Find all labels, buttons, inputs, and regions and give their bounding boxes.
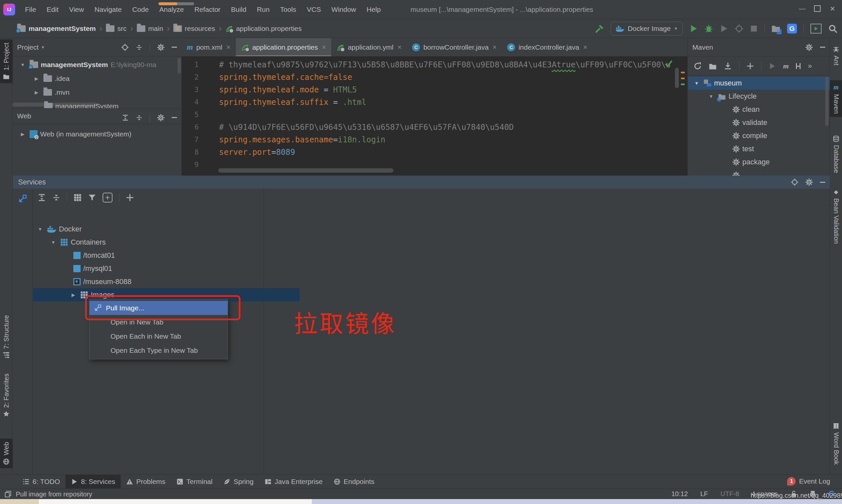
services-row-containers[interactable]: ▼ Containers bbox=[13, 236, 300, 249]
expand-all-icon[interactable] bbox=[122, 114, 129, 121]
execute-maven-goal-icon[interactable]: m bbox=[783, 62, 789, 70]
run-button[interactable] bbox=[689, 24, 698, 33]
toolbar-todo[interactable]: 6: TODO bbox=[17, 475, 66, 489]
menu-file[interactable]: File bbox=[20, 0, 41, 19]
search-icon[interactable] bbox=[828, 24, 837, 33]
tab-application-properties[interactable]: application.properties × bbox=[236, 38, 331, 56]
editor-code[interactable]: 1# thymeleaf\u9875\u9762\u7F13\u5B58\u8B… bbox=[182, 57, 687, 176]
close-icon[interactable]: × bbox=[825, 2, 840, 15]
collapsed-icon[interactable]: ▶ bbox=[32, 76, 41, 81]
locate-icon[interactable] bbox=[791, 179, 798, 186]
maximize-icon[interactable] bbox=[810, 2, 825, 15]
menu-vcs[interactable]: VCS bbox=[302, 0, 326, 19]
debug-button[interactable] bbox=[704, 24, 713, 33]
run-goal-icon[interactable] bbox=[769, 62, 776, 70]
build-hammer-icon[interactable] bbox=[595, 24, 604, 33]
add-service-icon[interactable] bbox=[126, 194, 134, 201]
collapse-all-icon[interactable] bbox=[136, 44, 142, 51]
close-tab-icon[interactable]: × bbox=[493, 43, 497, 52]
translate-icon[interactable]: G bbox=[787, 24, 797, 34]
profiler-button[interactable] bbox=[735, 24, 743, 33]
hide-panel-icon[interactable] bbox=[820, 182, 825, 183]
collapsed-icon[interactable]: ▶ bbox=[69, 292, 78, 298]
expanded-icon[interactable]: ▼ bbox=[707, 94, 715, 99]
tab-borrowcontroller[interactable]: C borrowController.java × bbox=[407, 38, 502, 56]
menu-item-open-each-type-in-new-tab[interactable]: Open Each Type in New Tab bbox=[89, 343, 228, 357]
open-in-editor-icon[interactable] bbox=[18, 195, 26, 203]
maven-goal-clean[interactable]: clean bbox=[688, 103, 830, 116]
collapsed-icon[interactable]: ▶ bbox=[32, 90, 41, 95]
toolbar-problems[interactable]: Problems bbox=[121, 475, 171, 489]
inspections-ok-check-icon[interactable] bbox=[664, 59, 673, 68]
menu-item-open-in-new-tab[interactable]: Open in New Tab bbox=[89, 315, 228, 329]
download-sources-icon[interactable] bbox=[724, 62, 732, 70]
maven-goal-partial[interactable] bbox=[688, 169, 830, 176]
toolbar-spring[interactable]: Spring bbox=[218, 475, 259, 489]
editor-horizontal-scrollbar[interactable] bbox=[218, 168, 393, 173]
close-tab-icon[interactable]: × bbox=[583, 43, 587, 52]
breadcrumb-resources[interactable]: resources bbox=[173, 25, 215, 33]
close-tab-icon[interactable]: × bbox=[397, 43, 401, 52]
menu-help[interactable]: Help bbox=[361, 0, 386, 19]
skip-tests-icon[interactable] bbox=[796, 63, 801, 69]
tree-row-root[interactable]: ▼ managementSystem E:\lyking90-ma bbox=[13, 58, 182, 72]
close-tab-icon[interactable]: × bbox=[322, 43, 326, 52]
caret-position[interactable]: 10:12 bbox=[671, 490, 688, 498]
filter-icon[interactable] bbox=[88, 194, 96, 201]
maven-row-museum[interactable]: ▼ m museum bbox=[688, 77, 830, 90]
expanded-icon[interactable]: ▼ bbox=[49, 240, 57, 245]
breadcrumb-src[interactable]: src bbox=[106, 25, 127, 33]
maven-goal-test[interactable]: test bbox=[688, 142, 830, 156]
services-row-tomcat01[interactable]: /tomcat01 bbox=[13, 249, 324, 262]
stripe-web[interactable]: Web bbox=[0, 438, 13, 468]
stripe-bean-validation[interactable]: Bean Validation bbox=[830, 186, 842, 247]
collapse-all-icon[interactable] bbox=[136, 114, 142, 121]
menu-view[interactable]: View bbox=[64, 0, 89, 19]
stripe-ant[interactable]: Ant bbox=[830, 43, 842, 69]
services-row-museum-8088[interactable]: /museum-8088 bbox=[13, 275, 324, 288]
maven-goal-compile[interactable]: compile bbox=[688, 129, 830, 142]
menu-window[interactable]: Window bbox=[326, 0, 361, 19]
stripe-favorites[interactable]: 2: Favorites bbox=[0, 370, 13, 420]
tab-pom-xml[interactable]: m pom.xml × bbox=[182, 38, 236, 56]
gear-icon[interactable] bbox=[806, 44, 813, 51]
generate-sources-icon[interactable] bbox=[709, 62, 717, 70]
reimport-icon[interactable] bbox=[694, 62, 702, 70]
toolbar-services[interactable]: 8: Services bbox=[66, 475, 121, 489]
expand-all-icon[interactable] bbox=[38, 194, 46, 201]
menu-run[interactable]: Run bbox=[252, 0, 275, 19]
editor-vertical-scrollbar[interactable] bbox=[675, 68, 679, 88]
run-configuration-select[interactable]: Docker Image ▼ bbox=[611, 22, 683, 36]
breadcrumb-file[interactable]: application.properties bbox=[225, 25, 302, 33]
close-tab-icon[interactable]: × bbox=[226, 43, 231, 52]
add-profile-icon[interactable] bbox=[747, 62, 754, 70]
stop-button[interactable] bbox=[750, 25, 758, 33]
event-log-button[interactable]: 1 Event Log bbox=[787, 474, 830, 488]
add-to-frame-icon[interactable] bbox=[103, 193, 112, 202]
tab-application-yml[interactable]: application.yml × bbox=[331, 38, 407, 56]
menu-item-pull-image[interactable]: Pull Image... bbox=[89, 301, 228, 315]
menu-edit[interactable]: Edit bbox=[41, 0, 64, 19]
hide-panel-icon[interactable] bbox=[172, 117, 177, 118]
hide-panel-icon[interactable] bbox=[172, 47, 177, 48]
chevron-down-icon[interactable]: ▼ bbox=[38, 45, 47, 50]
stripe-word-book[interactable]: Word Book bbox=[830, 419, 842, 468]
services-row-docker[interactable]: ▼ Docker bbox=[13, 222, 286, 236]
expanded-icon[interactable]: ▼ bbox=[692, 80, 701, 86]
file-encoding[interactable]: UTF-8 bbox=[721, 490, 739, 498]
coverage-button[interactable] bbox=[720, 24, 728, 33]
stripe-structure[interactable]: 7: Structure bbox=[0, 312, 13, 362]
gear-icon[interactable] bbox=[157, 114, 164, 121]
maven-row-lifecycle[interactable]: ▼ Lifecycle bbox=[688, 90, 830, 103]
menu-code[interactable]: Code bbox=[127, 0, 154, 19]
more-icon[interactable]: » bbox=[808, 62, 812, 70]
stripe-maven[interactable]: m Maven bbox=[830, 80, 842, 117]
menu-build[interactable]: Build bbox=[226, 0, 252, 19]
collapse-all-icon[interactable] bbox=[52, 194, 60, 201]
line-ending[interactable]: LF bbox=[700, 490, 708, 498]
vertical-scrollbar[interactable] bbox=[825, 77, 828, 126]
breadcrumb-main[interactable]: main bbox=[137, 25, 163, 33]
menu-navigate[interactable]: Navigate bbox=[89, 0, 127, 19]
tab-indexcontroller[interactable]: C indexController.java × bbox=[502, 38, 592, 56]
tree-row-idea[interactable]: ▶ .idea bbox=[13, 72, 182, 86]
